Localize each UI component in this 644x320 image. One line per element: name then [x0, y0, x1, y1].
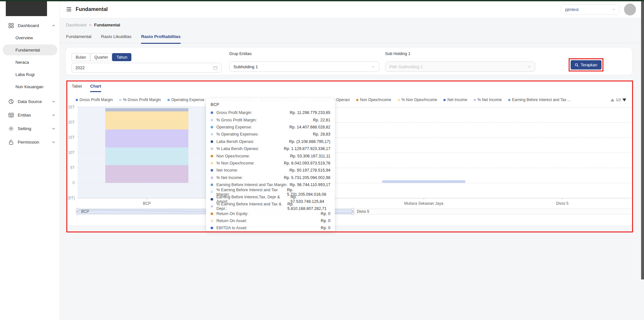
- legend-item[interactable]: Non Opex/Income: [356, 98, 391, 102]
- sidebar-subitem-label: Laba Rugi: [15, 72, 34, 77]
- tooltip-row: Gross Profit Margin:Rp. 11.298.779.233,6…: [211, 109, 330, 116]
- sidebar-item-data-source[interactable]: Data Source: [0, 96, 60, 107]
- permission-icon: [8, 139, 14, 145]
- series-dot-icon: [211, 191, 213, 193]
- sidebar-subitem-neraca[interactable]: Neraca: [3, 57, 57, 68]
- breadcrumb-separator: >: [89, 23, 92, 27]
- datazoom-right-handle[interactable]: [351, 208, 354, 215]
- tooltip-series-label: Laba Bersih Operasi:: [216, 139, 254, 144]
- sidebar-item-dashboard[interactable]: Dashboard: [0, 20, 60, 31]
- legend-item[interactable]: Net Income: [443, 98, 467, 102]
- tooltip-series-value: Rp. 28,83: [313, 132, 330, 136]
- legend-label: Net Income: [447, 98, 467, 102]
- series-dot-icon: [211, 126, 213, 128]
- legend-item[interactable]: Gross Profit Margin: [76, 98, 113, 102]
- sidebar-subitem-label: Neraca: [15, 60, 29, 65]
- legend-dot-icon: [76, 99, 78, 101]
- entitas-icon: [8, 112, 14, 118]
- tooltip-rows: Gross Profit Margin:Rp. 11.298.779.233,6…: [211, 109, 330, 232]
- chart-tab-tabel[interactable]: Tabel: [72, 84, 82, 92]
- tooltip-row: Non Opex/Income:Rp. 53.306.167.311,11: [211, 152, 330, 159]
- tooltip-row: % Gross Profit Margin:Rp. 22,61: [211, 116, 330, 123]
- chevron-down-icon: [52, 127, 55, 130]
- apply-button[interactable]: Terapkan: [571, 60, 601, 70]
- sidebar: DashboardOverviewFundamentalNeracaLaba R…: [0, 0, 60, 320]
- tooltip-series-value: Rp. 56.744.110.993,17: [290, 183, 330, 187]
- legend-item[interactable]: % Net Income: [474, 98, 502, 102]
- chart-tab-chart[interactable]: Chart: [90, 84, 101, 92]
- y-axis-tick-label: 15T: [68, 135, 75, 140]
- user-select[interactable]: pjmtest: [561, 4, 620, 14]
- legend-dot-icon: [119, 99, 121, 101]
- sidebar-subitem-laba-rugi[interactable]: Laba Rugi: [3, 69, 57, 80]
- sidebar-subitem-non-keuangan[interactable]: Non Keuangan: [3, 81, 57, 92]
- grup-entitas-select[interactable]: Subholding 1: [229, 61, 379, 72]
- apply-label: Terapkan: [581, 63, 597, 67]
- series-dot-icon: [211, 140, 213, 143]
- period-option-tahun[interactable]: Tahun: [112, 53, 131, 61]
- tooltip-series-label: Return On Asset:: [216, 219, 247, 223]
- legend-dot-icon: [167, 99, 170, 101]
- tooltip-row: Laba Bersih Operasi:Rp. (3.108.888.795,1…: [211, 138, 330, 145]
- datazoom-left-handle[interactable]: [76, 208, 79, 215]
- sidebar-item-permission[interactable]: Permission: [0, 136, 60, 147]
- sidebar-item-entitas[interactable]: Entitas: [0, 109, 60, 120]
- tooltip-series-label: Non Opex/Income:: [216, 154, 250, 158]
- stacked-bar-mutiara-sekawan-jaya[interactable]: [382, 180, 465, 183]
- sidebar-subitem-fundamental[interactable]: Fundamental: [3, 44, 57, 55]
- series-dot-icon: [211, 205, 213, 208]
- breadcrumb-current: Fundamental: [94, 23, 120, 27]
- tooltip-series-label: % Non Opex/Income:: [216, 161, 255, 165]
- legend-label: % Non Opex/Income: [402, 98, 437, 102]
- stacked-bar-bcp[interactable]: [105, 108, 188, 183]
- tooltip-series-value: Rp. 50.197.278.515,94: [289, 168, 330, 173]
- tab-rasio-profitabilitas[interactable]: Rasio Profitabilitas: [141, 34, 180, 44]
- legend-item[interactable]: Operating Expense: [167, 98, 204, 102]
- legend-item[interactable]: % Gross Profit Margin: [119, 98, 161, 102]
- tab-rasio-likuiditas[interactable]: Rasio Likuiditas: [101, 34, 132, 44]
- tooltip-series-label: Operating Expense:: [216, 125, 252, 129]
- grup-entitas-value: Subholding 1: [233, 64, 258, 69]
- legend-dot-icon: [398, 99, 400, 101]
- breadcrumb-dashboard[interactable]: Dashboard: [66, 23, 87, 27]
- period-option-bulan[interactable]: Bulan: [71, 53, 90, 61]
- scrollbar[interactable]: [641, 0, 644, 279]
- year-input[interactable]: 2022: [71, 63, 222, 73]
- series-dot-icon: [211, 184, 213, 186]
- sidebar-subitem-label: Overview: [15, 35, 33, 40]
- tooltip-series-value: Rp. 0: [321, 219, 330, 223]
- legend-page-down-icon[interactable]: [622, 99, 626, 101]
- chart-legend: Gross Profit Margin% Gross Profit Margin…: [76, 97, 607, 103]
- legend-item[interactable]: Earning Before Interest and Tax ...: [508, 98, 571, 102]
- tooltip-row: % Earning Before Interest and Tax & Depr…: [211, 203, 330, 210]
- tooltip-row: % Operating Expenses:Rp. 28,83: [211, 131, 330, 138]
- legend-item[interactable]: % Non Opex/Income: [398, 98, 437, 102]
- tooltip-series-value: Rp. 5.731.205.094.002,98: [284, 175, 330, 180]
- menu-fold-icon[interactable]: [66, 6, 72, 12]
- tab-fundamental[interactable]: Fundamental: [66, 34, 91, 44]
- legend-page-up-icon[interactable]: [611, 99, 614, 101]
- sidebar-item-label: Dashboard: [18, 23, 52, 28]
- tooltip-series-value: Rp. 0: [321, 212, 330, 216]
- tooltip-series-label: % Earning Before Interest and Tax & Depr…: [216, 202, 288, 211]
- tooltip-row: EBITDA to Asset:Rp. 0: [211, 224, 330, 231]
- tooltip-series-label: Return On Equity:: [216, 212, 248, 216]
- series-dot-icon: [211, 198, 213, 201]
- chart-plot-area[interactable]: 25T20T15T10T5T0(5T)BCPMutiara Sekawan Ja…: [77, 106, 631, 200]
- sidebar-item-setting[interactable]: Setting: [0, 123, 60, 134]
- tooltip-series-label: EBITDA to Asset:: [216, 226, 247, 230]
- setting-icon: [8, 126, 14, 131]
- x-axis-category-label: Divisi 5: [556, 201, 569, 206]
- bar-segment: [105, 111, 188, 129]
- sidebar-subitem-overview[interactable]: Overview: [3, 32, 57, 43]
- tooltip-series-value: Rp. 0: [321, 226, 330, 230]
- sub-holding-select[interactable]: Pilih Subholding 1: [385, 61, 535, 72]
- period-segment-control: BulanQuarterTahun: [71, 53, 131, 61]
- chevron-down-icon: [52, 113, 55, 117]
- avatar[interactable]: [624, 4, 636, 15]
- y-axis-tick-label: 25T: [68, 105, 75, 109]
- tooltip-row: Operating Expense:Rp. 14.407.668.028,82: [211, 124, 330, 131]
- datazoom-slider[interactable]: BCP Divisi 5: [77, 209, 631, 214]
- y-axis-tick-label: 20T: [68, 120, 75, 125]
- period-option-quarter[interactable]: Quarter: [90, 53, 112, 61]
